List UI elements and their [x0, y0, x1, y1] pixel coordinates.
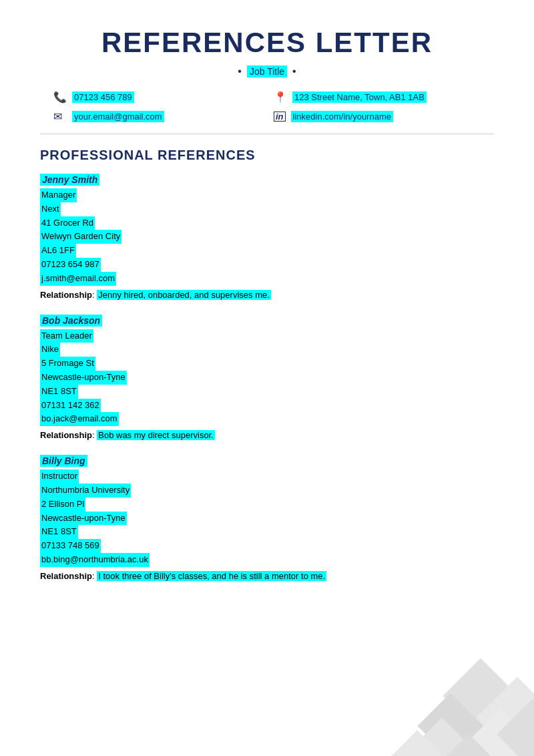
relationship-row: Relationship: I took three of Billy's cl… [40, 571, 494, 581]
ref-title: Instructor [40, 469, 79, 484]
email-value: your.email@gmail.com [72, 111, 164, 122]
ref-detail-block: Manager Next 41 Grocer Rd Welwyn Garden … [40, 188, 494, 286]
reference-block: Bob Jackson Team Leader Nike 5 Fromage S… [40, 315, 494, 441]
relationship-text: I took three of Billy's classes, and he … [97, 571, 326, 581]
ref-street: 5 Fromage St [40, 357, 95, 371]
ref-city: Newcastle-upon-Tyne [40, 512, 127, 526]
svg-rect-0 [443, 658, 518, 733]
svg-rect-5 [497, 699, 534, 756]
svg-rect-6 [374, 730, 459, 756]
ref-company: Nike [40, 343, 60, 357]
ref-name: Jenny Smith [40, 174, 99, 186]
header: REFERENCES LETTER • Job Title • [40, 27, 494, 77]
ref-title: Team Leader [40, 329, 93, 343]
ref-phone: 07131 142 362 [40, 399, 101, 413]
contact-email: ✉ your.email@gmail.com [53, 110, 260, 123]
relationship-row: Relationship: Jenny hired, onboarded, an… [40, 290, 494, 300]
bullet-right: • [292, 65, 296, 77]
ref-name-wrapper: Bob Jackson [40, 315, 494, 327]
address-value: 123 Street Name, Town, AB1 1AB [292, 91, 427, 103]
contact-phone: 📞 07123 456 789 [53, 91, 260, 104]
ref-name: Bob Jackson [40, 315, 102, 327]
job-title-row: • Job Title • [40, 65, 494, 77]
job-title: Job Title [247, 65, 287, 77]
phone-icon: 📞 [53, 91, 67, 104]
ref-postcode: NE1 8ST [40, 525, 78, 539]
page-title: REFERENCES LETTER [40, 27, 494, 59]
ref-postcode: AL6 1FF [40, 244, 76, 258]
bg-decoration [320, 569, 534, 756]
svg-rect-1 [475, 677, 534, 756]
ref-postcode: NE1 8ST [40, 385, 78, 399]
ref-detail-block: Instructor Northumbria University 2 Elli… [40, 469, 494, 567]
reference-block: Billy Bing Instructor Northumbria Univer… [40, 455, 494, 581]
svg-rect-3 [453, 709, 534, 756]
ref-email: bo.jack@email.com [40, 412, 119, 426]
ref-city: Welwyn Garden City [40, 230, 121, 244]
ref-title: Manager [40, 188, 77, 202]
relationship-row: Relationship: Bob was my direct supervis… [40, 430, 494, 440]
reference-block: Jenny Smith Manager Next 41 Grocer Rd We… [40, 174, 494, 300]
relationship-label: Relationship [40, 290, 92, 300]
relationship-text: Jenny hired, onboarded, and supervises m… [97, 290, 271, 300]
svg-rect-7 [438, 734, 499, 756]
ref-company: Northumbria University [40, 484, 131, 498]
ref-detail-block: Team Leader Nike 5 Fromage St Newcastle-… [40, 329, 494, 427]
relationship-text: Bob was my direct supervisor. [97, 430, 215, 440]
ref-email: j.smith@email.com [40, 272, 116, 286]
linkedin-icon: in [274, 112, 286, 122]
ref-name-wrapper: Billy Bing [40, 455, 494, 467]
ref-phone: 07123 654 987 [40, 258, 101, 272]
email-icon: ✉ [53, 110, 67, 123]
location-icon: 📍 [274, 91, 287, 104]
phone-value: 07123 456 789 [72, 91, 134, 103]
contact-linkedin: in linkedin.com/in/yourname [274, 110, 481, 123]
section-divider [40, 134, 494, 134]
ref-email: bb.bing@northumbria.ac.uk [40, 553, 150, 567]
references-section: PROFESSIONAL REFERENCES Jenny Smith Mana… [40, 148, 494, 581]
bullet-left: • [238, 65, 242, 77]
ref-company: Next [40, 202, 61, 216]
page: REFERENCES LETTER • Job Title • 📞 07123 … [0, 0, 534, 756]
svg-rect-2 [418, 693, 484, 756]
ref-name: Billy Bing [40, 455, 87, 467]
ref-street: 41 Grocer Rd [40, 216, 95, 230]
section-title: PROFESSIONAL REFERENCES [40, 148, 494, 163]
svg-rect-4 [402, 718, 482, 756]
relationship-label: Relationship [40, 430, 92, 440]
contact-address: 📍 123 Street Name, Town, AB1 1AB [274, 91, 481, 104]
ref-phone: 07133 748 569 [40, 539, 101, 553]
references-container: Jenny Smith Manager Next 41 Grocer Rd We… [40, 174, 494, 581]
relationship-label: Relationship [40, 571, 92, 581]
ref-street: 2 Ellison Pl [40, 498, 85, 512]
ref-name-wrapper: Jenny Smith [40, 174, 494, 186]
contact-grid: 📞 07123 456 789 📍 123 Street Name, Town,… [40, 91, 494, 123]
linkedin-value: linkedin.com/in/yourname [291, 111, 393, 122]
ref-city: Newcastle-upon-Tyne [40, 371, 127, 385]
